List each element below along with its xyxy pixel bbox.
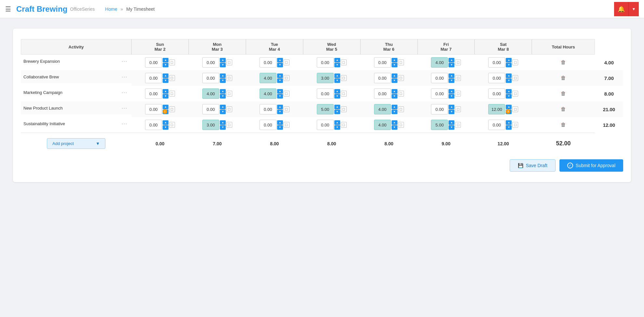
decrement-button[interactable]: ▼: [163, 125, 168, 130]
delete-row-button[interactable]: 🗑: [561, 75, 566, 81]
note-button[interactable]: ☐: [226, 106, 232, 112]
note-button[interactable]: ☐: [455, 91, 461, 97]
increment-button[interactable]: ▲: [334, 58, 340, 62]
decrement-button[interactable]: ▼: [449, 125, 454, 130]
increment-button[interactable]: ▲: [334, 105, 340, 109]
note-button[interactable]: ☐: [398, 59, 404, 65]
activity-options-button[interactable]: ···: [120, 74, 129, 79]
note-button[interactable]: ☐: [398, 75, 404, 81]
decrement-button[interactable]: ▼: [392, 125, 397, 130]
decrement-button[interactable]: ▼: [163, 63, 168, 67]
decrement-button[interactable]: ▼: [506, 63, 512, 67]
note-button[interactable]: ☐: [341, 75, 347, 81]
delete-row-button[interactable]: 🗑: [561, 59, 566, 65]
decrement-button[interactable]: ▼: [277, 125, 283, 130]
increment-button[interactable]: ▲: [392, 105, 397, 109]
note-button[interactable]: ☐: [284, 91, 289, 97]
decrement-button[interactable]: ▼: [392, 110, 397, 114]
hours-input[interactable]: [202, 88, 219, 99]
hours-input[interactable]: [488, 57, 505, 68]
increment-button[interactable]: ▲: [392, 89, 397, 94]
hours-input[interactable]: [317, 88, 334, 99]
increment-button[interactable]: ▲: [449, 105, 454, 109]
hours-input[interactable]: [202, 120, 219, 130]
hours-input[interactable]: [431, 73, 448, 83]
note-button[interactable]: ☐: [341, 59, 347, 65]
note-button[interactable]: ☐: [512, 106, 518, 112]
hours-input[interactable]: [260, 104, 276, 114]
note-button[interactable]: ☐: [398, 122, 404, 128]
note-button[interactable]: ☐: [169, 75, 175, 81]
increment-button[interactable]: ▲: [220, 73, 226, 78]
increment-button[interactable]: ▲: [449, 120, 454, 125]
note-button[interactable]: ☐: [169, 122, 175, 128]
note-button[interactable]: ☐: [169, 106, 175, 112]
note-button[interactable]: ☐: [226, 122, 232, 128]
delete-row-button[interactable]: 🗑: [561, 91, 566, 97]
hours-input[interactable]: [260, 120, 276, 130]
increment-button[interactable]: ▲: [163, 105, 168, 109]
note-button[interactable]: ☐: [226, 75, 232, 81]
menu-icon[interactable]: ☰: [5, 5, 11, 13]
hours-input[interactable]: [374, 73, 391, 83]
note-button[interactable]: ☐: [226, 91, 232, 97]
breadcrumb-home[interactable]: Home: [105, 7, 117, 12]
note-button[interactable]: ☐: [169, 91, 175, 97]
decrement-button[interactable]: ▼: [220, 78, 226, 83]
decrement-button[interactable]: ▼: [392, 78, 397, 83]
hours-input[interactable]: [260, 88, 276, 99]
hours-input[interactable]: [488, 73, 505, 83]
note-button[interactable]: ☐: [226, 59, 232, 65]
hours-input[interactable]: [202, 104, 219, 114]
increment-button[interactable]: ▲: [392, 120, 397, 125]
increment-button[interactable]: ▲: [277, 73, 283, 78]
note-button[interactable]: ☐: [455, 106, 461, 112]
hours-input[interactable]: [145, 88, 162, 99]
decrement-button[interactable]: ▼: [277, 110, 283, 114]
decrement-button[interactable]: ▼: [334, 110, 340, 114]
hours-input[interactable]: [202, 73, 219, 83]
hours-input[interactable]: [317, 104, 334, 114]
activity-options-button[interactable]: ···: [120, 90, 129, 95]
decrement-button[interactable]: ▼: [163, 94, 168, 99]
decrement-button[interactable]: ▼: [277, 78, 283, 83]
increment-button[interactable]: ▲: [163, 120, 168, 125]
hours-input[interactable]: [202, 57, 219, 68]
hours-input[interactable]: [431, 57, 448, 68]
hours-input[interactable]: [374, 88, 391, 99]
hours-input[interactable]: [145, 120, 162, 130]
note-button[interactable]: ☐: [398, 91, 404, 97]
increment-button[interactable]: ▲: [449, 89, 454, 94]
note-button[interactable]: ☐: [341, 106, 347, 112]
increment-button[interactable]: ▲: [277, 89, 283, 94]
note-button[interactable]: ☐: [512, 75, 518, 81]
hours-input[interactable]: [145, 57, 162, 68]
submit-button[interactable]: ✓ Submit for Approval: [559, 159, 623, 172]
decrement-button[interactable]: ▼: [277, 94, 283, 99]
hours-input[interactable]: [488, 104, 505, 114]
increment-button[interactable]: ▲: [163, 73, 168, 78]
hours-input[interactable]: [431, 88, 448, 99]
note-button[interactable]: ☐: [341, 91, 347, 97]
decrement-button[interactable]: ▼: [220, 63, 226, 67]
note-button[interactable]: ☐: [169, 59, 175, 65]
hours-input[interactable]: [431, 104, 448, 114]
note-button[interactable]: ☐: [455, 75, 461, 81]
increment-button[interactable]: ▲: [392, 73, 397, 78]
decrement-button[interactable]: ▼: [163, 78, 168, 83]
decrement-button[interactable]: ▼: [334, 78, 340, 83]
decrement-button[interactable]: ▼: [506, 78, 512, 83]
increment-button[interactable]: ▲: [220, 105, 226, 109]
increment-button[interactable]: ▲: [220, 58, 226, 62]
decrement-button[interactable]: ▼: [449, 110, 454, 114]
increment-button[interactable]: ▲: [506, 58, 512, 62]
save-draft-button[interactable]: 💾 Save Draft: [510, 159, 556, 172]
decrement-button[interactable]: ▼: [449, 63, 454, 67]
decrement-button[interactable]: ▼: [220, 110, 226, 114]
notification-button[interactable]: 🔔: [614, 2, 628, 16]
increment-button[interactable]: ▲: [334, 73, 340, 78]
hours-input[interactable]: [488, 120, 505, 130]
hours-input[interactable]: [374, 104, 391, 114]
increment-button[interactable]: ▲: [392, 58, 397, 62]
activity-options-button[interactable]: ···: [120, 121, 129, 126]
